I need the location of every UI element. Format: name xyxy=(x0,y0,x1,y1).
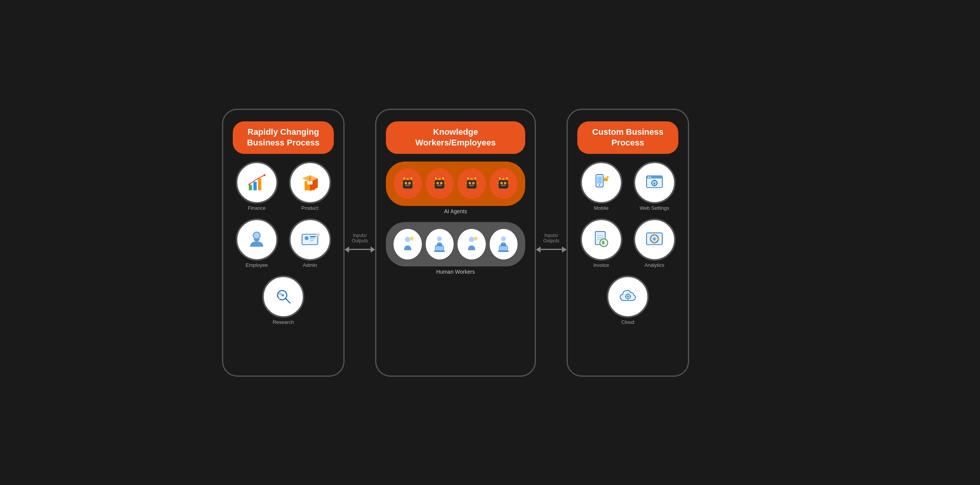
finance-icon-circle xyxy=(236,162,278,204)
svg-rect-37 xyxy=(437,185,442,186)
ai-agent-icon-4 xyxy=(494,174,513,193)
svg-line-78 xyxy=(477,237,478,238)
svg-rect-34 xyxy=(435,180,444,188)
svg-rect-76 xyxy=(475,239,476,240)
svg-point-3 xyxy=(264,174,266,176)
svg-point-43 xyxy=(442,177,444,179)
human-worker-3 xyxy=(457,229,486,260)
right-arrow-head-right xyxy=(562,247,567,253)
employee-label: Employee xyxy=(246,262,268,268)
svg-point-70 xyxy=(437,236,442,241)
finance-label: Finance xyxy=(248,205,265,211)
svg-rect-66 xyxy=(411,239,412,240)
diagram-container: Rapidly Changing Business Process Financ… xyxy=(222,109,758,377)
employee-icon xyxy=(246,229,267,250)
svg-rect-54 xyxy=(499,180,508,188)
invoice-label: Invoice xyxy=(593,262,609,268)
svg-point-74 xyxy=(469,237,474,242)
svg-point-23 xyxy=(281,294,284,297)
svg-point-113 xyxy=(653,242,655,244)
svg-point-80 xyxy=(501,236,506,241)
svg-rect-47 xyxy=(469,185,474,186)
employee-icon-wrapper: Employee xyxy=(236,219,278,268)
svg-rect-56 xyxy=(504,182,506,184)
right-row-1: Mobile xyxy=(577,162,678,211)
right-arrow-connector: Inputs/Outputs xyxy=(536,233,567,253)
svg-rect-2 xyxy=(258,178,261,190)
invoice-icon-circle: $ xyxy=(580,219,622,261)
invoice-icon: $ xyxy=(591,229,612,250)
cloud-icon: $ xyxy=(617,286,639,307)
svg-line-68 xyxy=(413,237,414,238)
svg-rect-12 xyxy=(302,234,318,245)
svg-rect-16 xyxy=(310,240,314,241)
mobile-label: Mobile xyxy=(594,205,608,211)
left-panel: Rapidly Changing Business Process Financ… xyxy=(222,109,345,377)
human-worker-icon-4 xyxy=(494,235,513,254)
right-arrow-label: Inputs/Outputs xyxy=(543,233,559,243)
center-panel-title: Knowledge Workers/Employees xyxy=(386,121,525,154)
ai-agent-4 xyxy=(490,168,518,199)
svg-point-86 xyxy=(599,185,600,186)
human-workers-wrapper: Human Workers xyxy=(386,222,525,275)
human-worker-icon-3 xyxy=(462,235,481,254)
mobile-icon-circle xyxy=(580,162,622,204)
left-row-2: Employee Admin xyxy=(233,219,334,268)
human-worker-icon-2 xyxy=(430,235,449,254)
cloud-icon-wrapper: $ Cloud xyxy=(607,276,649,325)
human-worker-icon-1 xyxy=(398,235,417,254)
svg-rect-55 xyxy=(500,182,503,184)
right-panel-title: Custom Business Process xyxy=(577,121,678,154)
svg-rect-0 xyxy=(249,185,252,191)
svg-point-33 xyxy=(410,177,412,179)
finance-icon-wrapper: Finance xyxy=(236,162,278,211)
ai-agent-3 xyxy=(457,168,486,199)
svg-line-21 xyxy=(285,299,290,303)
right-arrow-shaft xyxy=(541,249,562,250)
svg-point-32 xyxy=(403,177,405,179)
svg-point-22 xyxy=(278,292,282,296)
svg-rect-73 xyxy=(434,251,445,251)
right-row-3: $ Cloud xyxy=(577,276,678,325)
web-settings-icon-circle: $ xyxy=(634,162,676,204)
svg-text:$: $ xyxy=(627,296,628,299)
svg-text:$: $ xyxy=(654,182,655,185)
svg-rect-83 xyxy=(498,251,509,251)
svg-rect-45 xyxy=(469,182,471,184)
product-label: Product xyxy=(301,205,318,211)
svg-point-63 xyxy=(506,177,508,179)
right-panel: Custom Business Process xyxy=(567,109,689,377)
right-arrow-head-left xyxy=(536,247,541,253)
web-settings-icon-wrapper: $ Web Settings xyxy=(634,162,676,211)
svg-point-93 xyxy=(648,176,649,178)
product-icon-wrapper: Product xyxy=(289,162,331,211)
human-workers-label: Human Workers xyxy=(436,269,475,275)
cloud-label: Cloud xyxy=(621,319,634,325)
left-arrow-head-right xyxy=(371,247,375,253)
finance-growth-icon xyxy=(246,172,267,193)
left-arrow-head-left xyxy=(345,247,349,253)
svg-rect-82 xyxy=(500,247,507,250)
svg-rect-57 xyxy=(501,185,506,186)
svg-point-64 xyxy=(405,237,410,242)
ai-agent-icon-1 xyxy=(398,174,417,193)
analytics-label: Analytics xyxy=(644,262,664,268)
ai-agents-label: AI Agents xyxy=(444,208,467,214)
research-icon xyxy=(273,286,294,307)
right-arrow-line xyxy=(536,247,567,253)
mobile-icon-wrapper: Mobile xyxy=(580,162,622,211)
svg-rect-85 xyxy=(597,176,602,184)
human-worker-2 xyxy=(426,229,454,260)
human-worker-1 xyxy=(394,229,422,260)
svg-rect-25 xyxy=(405,182,407,184)
svg-point-11 xyxy=(254,233,260,238)
admin-label: Admin xyxy=(303,262,317,268)
svg-rect-1 xyxy=(253,182,257,190)
svg-rect-35 xyxy=(436,182,439,184)
admin-icon-wrapper: Admin xyxy=(289,219,331,268)
svg-point-114 xyxy=(650,238,652,240)
svg-point-111 xyxy=(653,234,655,236)
svg-rect-27 xyxy=(405,185,410,186)
svg-text:$: $ xyxy=(602,240,604,246)
ai-agents-wrapper: AI Agents xyxy=(386,162,525,214)
